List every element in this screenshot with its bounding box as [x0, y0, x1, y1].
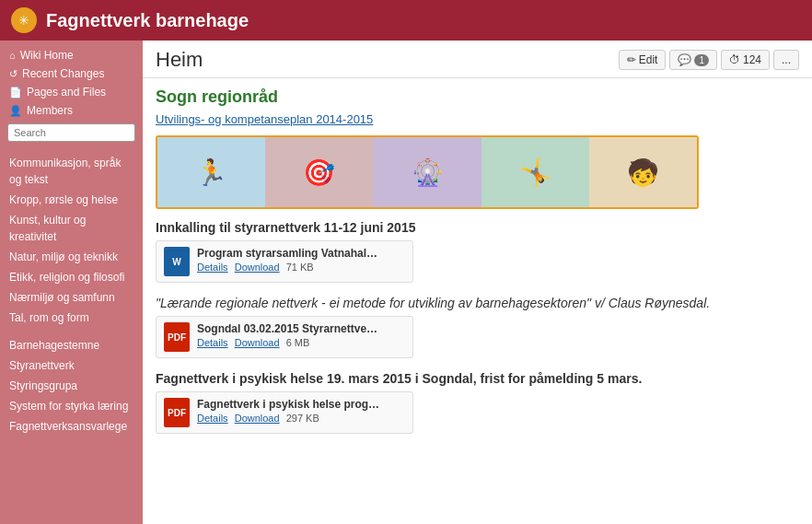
- sidebar-item-members[interactable]: 👤 Members: [0, 101, 143, 120]
- file-size-2: 6 MB: [286, 337, 310, 348]
- file-item-3: PDF Fagnettverk i psykisk helse program …: [156, 391, 413, 434]
- sidebar-item-wiki-home[interactable]: ⌂ Wiki Home: [0, 46, 143, 64]
- sidebar-nav-label: Pages and Files: [27, 86, 106, 99]
- page-header-bar: Heim ✏ Edit 💬 1 ⏱ 124 ...: [143, 41, 812, 78]
- page-content: Sogn regionråd Utvilings- og kompetansep…: [143, 78, 812, 456]
- sidebar-link-styringsgrupa[interactable]: Styringsgrupa: [0, 376, 143, 396]
- file-download-link-3[interactable]: Download: [235, 413, 280, 424]
- edit-icon: ✏: [627, 53, 636, 66]
- file-icon-word-1: W: [164, 247, 190, 276]
- file-name-2: Sogndal 03.02.2015 Styrarnettverket - Læ…: [197, 322, 381, 335]
- comment-count-badge: 1: [694, 54, 709, 66]
- page-actions: ✏ Edit 💬 1 ⏱ 124 ...: [619, 50, 799, 70]
- section-heading-1: Innkalling til styrarnettverk 11-12 juni…: [156, 220, 799, 235]
- sidebar-link-kropp[interactable]: Kropp, rørsle og helse: [0, 190, 143, 210]
- sidebar-link-etikk[interactable]: Etikk, religion og filosofi: [0, 267, 143, 287]
- file-details-link-2[interactable]: Details: [197, 337, 228, 348]
- file-icon-pdf-2: PDF: [164, 322, 190, 352]
- logo-icon: ✳: [11, 7, 37, 33]
- sidebar-nav-label: Members: [27, 104, 73, 117]
- banner-seg-2: 🎯: [265, 137, 373, 207]
- main-layout: ⌂ Wiki Home ↺ Recent Changes 📄 Pages and…: [0, 41, 812, 524]
- sidebar-link-kommunikasjon[interactable]: Kommunikasjon, språk og tekst: [0, 153, 143, 190]
- file-item-2: PDF Sogndal 03.02.2015 Styrarnettverket …: [156, 316, 413, 358]
- clock-icon: ⏱: [729, 53, 740, 66]
- file-actions-3: Details Download 297 KB: [197, 413, 405, 424]
- sidebar-link-natur[interactable]: Natur, miljø og teknikk: [0, 247, 143, 267]
- sidebar-item-recent-changes[interactable]: ↺ Recent Changes: [0, 64, 143, 83]
- file-icon-pdf-3: PDF: [164, 398, 190, 427]
- content-section-2: "Lærande regionale nettverk - ei metode …: [156, 296, 799, 358]
- banner-seg-1: 🏃: [157, 137, 265, 207]
- file-download-link-1[interactable]: Download: [235, 262, 280, 273]
- banner-seg-5: 🧒: [589, 137, 697, 207]
- content-section-3: Fagnettverk i psykisk helse 19. mars 201…: [156, 371, 799, 434]
- sidebar: ⌂ Wiki Home ↺ Recent Changes 📄 Pages and…: [0, 41, 143, 524]
- sidebar-item-pages-files[interactable]: 📄 Pages and Files: [0, 83, 143, 101]
- edit-button[interactable]: ✏ Edit: [619, 50, 667, 70]
- search-input[interactable]: [7, 123, 135, 142]
- section-title: Sogn regionråd: [156, 87, 799, 107]
- sidebar-nav-label: Recent Changes: [22, 67, 104, 80]
- sidebar-nav-label: Wiki Home: [20, 49, 74, 62]
- sidebar-link-styranettverk[interactable]: Styranettverk: [0, 355, 143, 376]
- file-download-link-2[interactable]: Download: [235, 337, 280, 348]
- content-section-1: Innkalling til styrarnettverk 11-12 juni…: [156, 220, 799, 283]
- file-actions-1: Details Download 71 KB: [197, 262, 405, 273]
- view-count: 124: [743, 53, 761, 66]
- app-header: ✳ Fagnettverk barnehage: [0, 0, 812, 41]
- home-icon: ⌂: [9, 50, 16, 61]
- file-size-1: 71 KB: [286, 262, 314, 273]
- pages-icon: 📄: [9, 87, 22, 99]
- sidebar-link-kunst[interactable]: Kunst, kultur og kreativitet: [0, 210, 143, 247]
- file-details-link-1[interactable]: Details: [197, 262, 228, 273]
- more-button[interactable]: ...: [773, 50, 799, 70]
- file-name-3: Fagnettverk i psykisk helse program 19.0…: [197, 398, 381, 411]
- file-size-3: 297 KB: [286, 413, 319, 424]
- file-item-1: W Program styrarsamling Vatnahalsen 11.-…: [156, 240, 413, 283]
- file-actions-2: Details Download 6 MB: [197, 337, 405, 348]
- file-details-link-3[interactable]: Details: [197, 413, 228, 424]
- members-icon: 👤: [9, 105, 22, 117]
- recent-changes-icon: ↺: [9, 68, 17, 80]
- section-link[interactable]: Utvilings- og kompetanseplan 2014-2015: [156, 112, 799, 126]
- sidebar-link-fagnettverksansvarlege[interactable]: Fagnettverksansvarlege: [0, 416, 143, 437]
- section-heading-2: "Lærande regionale nettverk - ei metode …: [156, 296, 799, 310]
- views-button[interactable]: ⏱ 124: [721, 50, 770, 70]
- sidebar-link-system[interactable]: System for styrka læring: [0, 396, 143, 416]
- comments-button[interactable]: 💬 1: [669, 50, 717, 70]
- comment-icon: 💬: [678, 53, 691, 66]
- app-title: Fagnettverk barnehage: [46, 10, 249, 31]
- sidebar-link-barnehagestemne[interactable]: Barnehagestemne: [0, 335, 143, 355]
- sidebar-link-tal[interactable]: Tal, rom og form: [0, 308, 143, 328]
- banner-seg-3: 🎡: [373, 137, 481, 207]
- file-name-1: Program styrarsamling Vatnahalsen 11.-..…: [197, 247, 381, 260]
- banner-image: 🏃 🎯 🎡 🤸 🧒: [156, 135, 699, 209]
- sidebar-link-naermiljo[interactable]: Nærmiljø og samfunn: [0, 287, 143, 308]
- page-title: Heim: [156, 48, 203, 72]
- banner-seg-4: 🤸: [481, 137, 589, 207]
- main-content: Heim ✏ Edit 💬 1 ⏱ 124 ...: [143, 41, 812, 524]
- section-heading-3: Fagnettverk i psykisk helse 19. mars 201…: [156, 371, 799, 386]
